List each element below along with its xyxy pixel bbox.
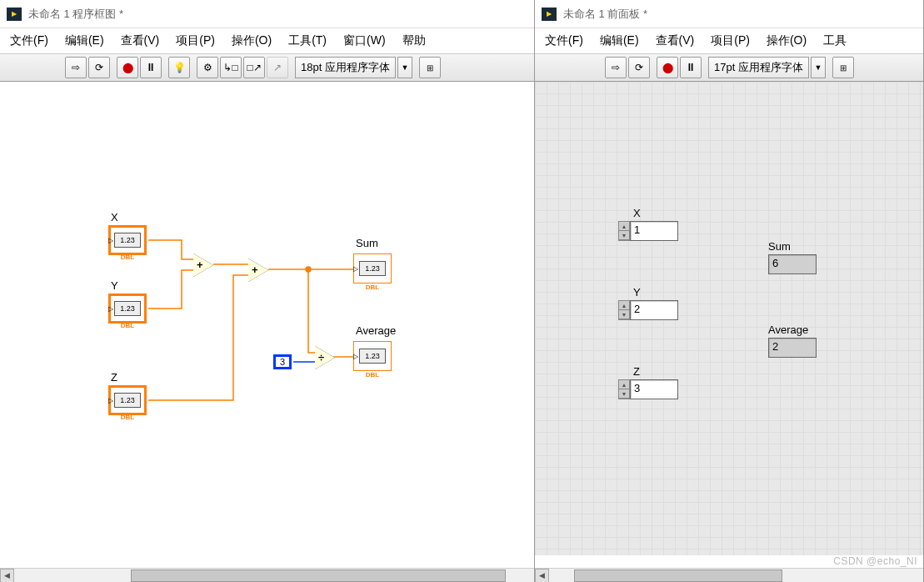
horizontal-scrollbar[interactable]: ◀ (0, 568, 534, 582)
menu-project[interactable]: 项目(P) (172, 32, 218, 50)
y-spinner[interactable]: ▲▼ (618, 300, 630, 320)
horizontal-scrollbar[interactable]: ◀ (535, 568, 923, 582)
highlight-exec-button[interactable]: 💡 (168, 57, 190, 78)
block-diagram-window: 未命名 1 程序框图 * 文件(F) 编辑(E) 查看(V) 项目(P) 操作(… (0, 0, 535, 582)
divide-node[interactable] (315, 346, 335, 369)
menu-edit[interactable]: 编辑(E) (62, 32, 107, 50)
scroll-thumb[interactable] (574, 569, 782, 582)
x-control-label: X (618, 207, 678, 219)
x-spinner[interactable]: ▲▼ (618, 221, 630, 241)
pause-button[interactable]: II (680, 57, 702, 78)
x-label: X (111, 211, 118, 223)
block-diagram-canvas[interactable]: X 1.23 DBL Y 1.23 DBL Z 1.23 DBL 3 Sum 1… (0, 82, 534, 555)
average-indicator: Average 2 (768, 324, 817, 358)
abort-button[interactable]: ⬤ (657, 57, 678, 78)
menu-file[interactable]: 文件(F) (7, 32, 52, 50)
menu-window[interactable]: 窗口(W) (340, 32, 389, 50)
window-title: 未命名 1 前面板 * (563, 7, 647, 22)
menu-edit[interactable]: 编辑(E) (597, 32, 642, 50)
sum-value: 6 (768, 254, 817, 274)
abort-button[interactable]: ⬤ (117, 57, 138, 78)
z-control-terminal[interactable]: 1.23 DBL (108, 385, 147, 415)
y-control-label: Y (618, 286, 678, 299)
average-value: 2 (768, 338, 817, 358)
x-control: X ▲▼ 1 (618, 207, 678, 241)
z-label: Z (111, 371, 117, 384)
retain-wire-button[interactable]: ⚙ (197, 57, 218, 78)
font-dropdown[interactable]: ▼ (811, 57, 826, 78)
menu-project[interactable]: 项目(P) (707, 32, 753, 50)
toolbar: ⇨ ⟳ ⬤ II 17pt 应用程序字体 ▼ ⊞ (535, 53, 923, 82)
run-cont-button[interactable]: ⟳ (88, 57, 110, 78)
average-label: Average (356, 324, 396, 337)
menu-tools[interactable]: 工具 (820, 32, 850, 50)
font-selector[interactable]: 17pt 应用程序字体 (708, 57, 809, 78)
sum-indicator-terminal[interactable]: 1.23 DBL (353, 253, 392, 283)
menu-file[interactable]: 文件(F) (542, 32, 587, 50)
title-bar[interactable]: 未命名 1 前面板 * (535, 0, 923, 28)
average-indicator-label: Average (768, 324, 817, 336)
z-control: Z ▲▼ 3 (618, 365, 678, 399)
y-input[interactable]: 2 (630, 300, 678, 320)
run-button[interactable]: ⇨ (65, 57, 87, 78)
pause-button[interactable]: II (140, 57, 162, 78)
scroll-left-icon[interactable]: ◀ (535, 569, 549, 583)
z-input[interactable]: 3 (630, 379, 678, 399)
align-button[interactable]: ⊞ (832, 57, 854, 78)
menu-view[interactable]: 查看(V) (652, 32, 698, 50)
menu-operate[interactable]: 操作(O) (763, 32, 810, 50)
title-bar[interactable]: 未命名 1 程序框图 * (0, 0, 534, 28)
step-out-button[interactable]: ↗ (267, 57, 288, 78)
font-dropdown[interactable]: ▼ (397, 57, 412, 78)
z-control-label: Z (618, 365, 678, 378)
window-title: 未命名 1 程序框图 * (28, 7, 123, 22)
y-control-terminal[interactable]: 1.23 DBL (108, 294, 147, 324)
sum-indicator-label: Sum (768, 240, 817, 253)
sum-indicator: Sum 6 (768, 240, 817, 274)
numeric-constant-3[interactable]: 3 (273, 354, 292, 369)
watermark: CSDN @echo_NI (833, 555, 917, 567)
z-spinner[interactable]: ▲▼ (618, 379, 630, 399)
menu-bar: 文件(F) 编辑(E) 查看(V) 项目(P) 操作(O) 工具 (535, 28, 923, 53)
font-selector[interactable]: 18pt 应用程序字体 (295, 57, 396, 78)
menu-tools[interactable]: 工具(T) (285, 32, 330, 50)
front-panel-canvas[interactable]: X ▲▼ 1 Y ▲▼ 2 Z ▲▼ 3 Sum 6 (535, 82, 923, 555)
average-indicator-terminal[interactable]: 1.23 DBL (353, 341, 392, 371)
svg-point-0 (306, 267, 311, 272)
menu-bar: 文件(F) 编辑(E) 查看(V) 项目(P) 操作(O) 工具(T) 窗口(W… (0, 28, 534, 53)
step-into-button[interactable]: ↳□ (220, 57, 242, 78)
step-over-button[interactable]: □↗ (243, 57, 265, 78)
labview-icon (542, 8, 557, 21)
labview-icon (7, 8, 22, 21)
menu-operate[interactable]: 操作(O) (228, 32, 275, 50)
scroll-thumb[interactable] (131, 569, 506, 582)
menu-help[interactable]: 帮助 (399, 32, 429, 50)
run-button[interactable]: ⇨ (605, 57, 627, 78)
add-node-2[interactable] (248, 258, 268, 282)
y-control: Y ▲▼ 2 (618, 286, 678, 320)
add-node-1[interactable] (193, 253, 213, 277)
front-panel-window: 未命名 1 前面板 * 文件(F) 编辑(E) 查看(V) 项目(P) 操作(O… (535, 0, 924, 582)
toolbar: ⇨ ⟳ ⬤ II 💡 ⚙ ↳□ □↗ ↗ 18pt 应用程序字体 ▼ ⊞ (0, 53, 534, 82)
x-control-terminal[interactable]: 1.23 DBL (108, 225, 147, 255)
x-input[interactable]: 1 (630, 221, 678, 241)
sum-label: Sum (356, 237, 378, 249)
run-cont-button[interactable]: ⟳ (628, 57, 650, 78)
y-label: Y (111, 279, 118, 292)
wire-layer (0, 82, 535, 555)
align-button[interactable]: ⊞ (419, 57, 441, 78)
menu-view[interactable]: 查看(V) (117, 32, 163, 50)
scroll-left-icon[interactable]: ◀ (0, 569, 14, 583)
